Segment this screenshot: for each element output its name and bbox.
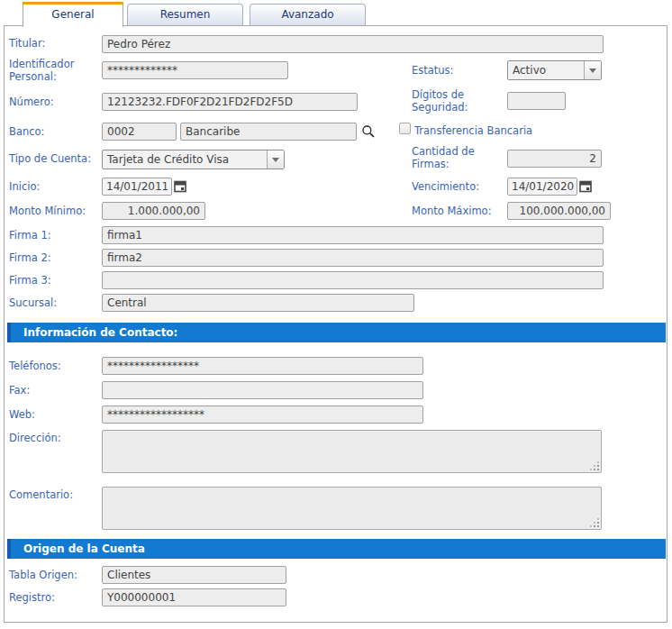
firma3-input[interactable] — [102, 271, 604, 289]
banco-search-button[interactable] — [361, 124, 376, 139]
direccion-textarea[interactable] — [102, 430, 602, 473]
tabla-origen-label: Tabla Origen: — [9, 569, 97, 581]
inicio-calendar-button[interactable] — [174, 179, 186, 193]
vencimiento-date-input[interactable] — [507, 178, 577, 196]
estatus-label: Estatus: — [412, 64, 500, 77]
direccion-label: Dirección: — [9, 432, 97, 444]
section-header-contacto: Información de Contacto: — [7, 323, 666, 342]
chevron-down-icon — [589, 68, 596, 73]
cantidad-firmas-label: Cantidad de Firmas: — [412, 145, 500, 170]
telefonos-input[interactable] — [102, 357, 423, 375]
sucursal-label: Sucursal: — [9, 296, 97, 309]
monto-maximo-input[interactable] — [507, 202, 611, 220]
identificador-label: Identificador Personal: — [9, 58, 97, 83]
tipo-cuenta-value: Tarjeta de Crédito Visa — [103, 153, 267, 166]
estatus-dropdown-button[interactable] — [584, 61, 601, 79]
tab-general-label: General — [51, 8, 94, 21]
fax-label: Fax: — [9, 384, 97, 397]
calendar-icon — [174, 179, 186, 193]
estatus-value: Activo — [508, 64, 584, 77]
tab-resumen-label: Resumen — [160, 8, 211, 21]
cantidad-firmas-input[interactable] — [507, 150, 602, 168]
vencimiento-label: Vencimiento: — [412, 180, 500, 193]
web-label: Web: — [9, 408, 97, 421]
transferencia-checkbox[interactable] — [399, 123, 411, 134]
account-form-window: General Resumen Avanzado Titular: Identi… — [0, 0, 672, 629]
banco-name-input[interactable] — [180, 123, 357, 141]
search-icon — [361, 124, 376, 139]
titular-label: Titular: — [9, 37, 97, 50]
fax-input[interactable] — [102, 381, 423, 399]
estatus-dropdown[interactable]: Activo — [507, 60, 602, 80]
digitos-input[interactable] — [507, 92, 566, 110]
telefonos-label: Teléfonos: — [9, 360, 97, 372]
tab-avanzado[interactable]: Avanzado — [250, 4, 366, 25]
tipo-cuenta-dropdown-button[interactable] — [267, 150, 284, 169]
tipo-cuenta-dropdown[interactable]: Tarjeta de Crédito Visa — [102, 150, 285, 169]
web-input[interactable] — [102, 406, 423, 424]
monto-minimo-label: Monto Mínimo: — [9, 205, 101, 217]
banco-code-input[interactable] — [102, 123, 177, 141]
resize-grip-icon[interactable] — [597, 469, 599, 470]
tab-general[interactable]: General — [23, 2, 123, 27]
registro-input[interactable] — [102, 588, 286, 606]
tab-avanzado-label: Avanzado — [281, 8, 333, 21]
inicio-label: Inicio: — [9, 180, 97, 193]
chevron-down-icon — [272, 158, 279, 162]
firma3-label: Firma 3: — [9, 274, 97, 287]
numero-label: Número: — [9, 96, 97, 108]
firma1-input[interactable] — [102, 226, 604, 244]
comentario-textarea[interactable] — [102, 487, 602, 530]
titular-input[interactable] — [102, 35, 604, 53]
calendar-icon — [579, 179, 592, 193]
resize-grip-icon[interactable] — [597, 525, 599, 527]
digitos-label: Dígitos de Seguridad: — [412, 88, 500, 114]
tab-resumen[interactable]: Resumen — [127, 4, 243, 25]
inicio-date-input[interactable] — [102, 178, 172, 196]
comentario-label: Comentario: — [9, 488, 97, 501]
tabla-origen-input[interactable] — [102, 566, 286, 584]
transferencia-label: Transferencia Bancaria — [414, 124, 532, 137]
firma2-label: Firma 2: — [9, 251, 97, 264]
monto-minimo-input[interactable] — [102, 202, 205, 220]
tipo-cuenta-label: Tipo de Cuenta: — [9, 152, 101, 165]
vencimiento-calendar-button[interactable] — [579, 179, 592, 193]
monto-maximo-label: Monto Máximo: — [412, 205, 504, 217]
sucursal-input[interactable] — [102, 294, 414, 312]
section-header-origen: Origen de la Cuenta — [7, 539, 666, 559]
firma2-input[interactable] — [102, 249, 604, 267]
firma1-label: Firma 1: — [9, 229, 97, 242]
registro-label: Registro: — [9, 591, 97, 604]
banco-label: Banco: — [9, 125, 97, 138]
identificador-input[interactable] — [102, 61, 288, 79]
numero-input[interactable] — [102, 93, 358, 111]
